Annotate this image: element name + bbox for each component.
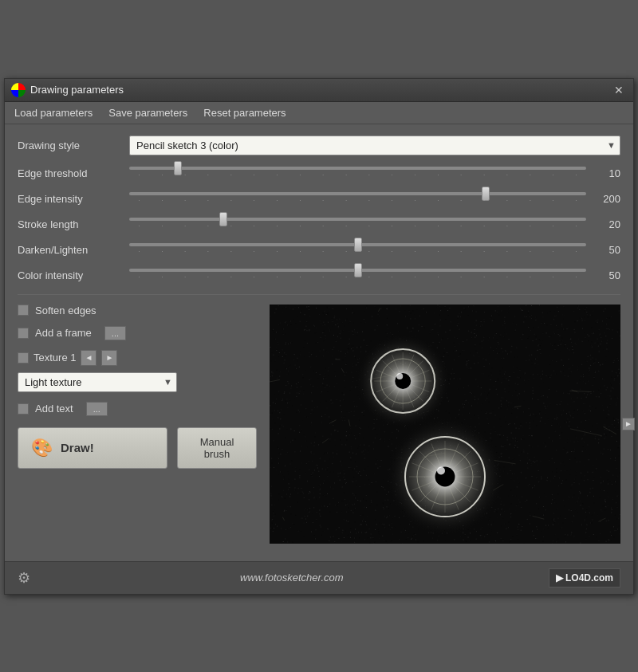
main-area: Soften edges Add a frame ... Texture 1 ◄…	[18, 305, 620, 544]
preview-image	[270, 305, 620, 544]
close-button[interactable]: ✕	[611, 84, 627, 96]
footer-logo: ▶ LO4D.com	[549, 568, 620, 588]
texture-next-button[interactable]: ►	[101, 350, 117, 366]
title-bar-left: Drawing parameters	[11, 83, 124, 97]
stroke-length-dots: ····· ····· ····· ·····	[129, 221, 586, 232]
stroke-length-value: 20	[593, 218, 620, 230]
add-frame-row: Add a frame ...	[18, 326, 257, 340]
add-frame-label: Add a frame	[35, 327, 92, 339]
soften-edges-label: Soften edges	[35, 305, 96, 316]
color-intensity-label: Color intensity	[18, 269, 129, 281]
texture-prev-button[interactable]: ◄	[81, 350, 96, 366]
paint-icon: 🎨	[31, 438, 53, 458]
right-panel: ►	[270, 305, 620, 544]
menu-reset-parameters[interactable]: Reset parameters	[203, 107, 286, 119]
edge-intensity-value: 200	[593, 193, 620, 205]
add-text-checkbox[interactable]	[18, 403, 29, 415]
stroke-length-container: ····· ····· ····· ·····	[129, 218, 586, 232]
scroll-indicator[interactable]: ►	[622, 418, 635, 430]
manual-brush-button[interactable]: Manual brush	[177, 427, 257, 469]
soften-edges-checkbox[interactable]	[18, 305, 29, 316]
add-text-label: Add text	[35, 403, 73, 415]
color-intensity-container: ····· ····· ····· ·····	[129, 269, 586, 283]
separator	[18, 294, 620, 295]
edge-threshold-dots: ····· ····· ····· ·····	[129, 170, 586, 181]
texture1-row: Texture 1 ◄ ►	[18, 350, 257, 366]
color-intensity-row: Color intensity ····· ····· ····· ····· …	[18, 269, 620, 283]
add-text-row: Add text ...	[18, 402, 257, 416]
manual-brush-line2: brush	[184, 448, 250, 460]
footer: ⚙ www.fotosketcher.com ▶ LO4D.com	[5, 561, 633, 594]
draw-button[interactable]: 🎨 Draw!	[18, 427, 167, 469]
darken-lighten-container: ····· ····· ····· ·····	[129, 243, 586, 257]
color-intensity-dots: ····· ····· ····· ·····	[129, 272, 586, 283]
bottom-buttons: 🎨 Draw! Manual brush	[18, 427, 257, 469]
content-area: Drawing style Pencil sketch 3 (color) Pe…	[5, 124, 633, 555]
edge-threshold-value: 10	[593, 167, 620, 179]
menu-load-parameters[interactable]: Load parameters	[14, 107, 93, 119]
darken-lighten-row: Darken/Lighten ····· ····· ····· ····· 5…	[18, 243, 620, 257]
manual-brush-line1: Manual	[184, 436, 250, 448]
edge-intensity-container: ····· ····· ····· ·····	[129, 192, 586, 206]
footer-url: www.fotosketcher.com	[240, 572, 344, 584]
title-bar: Drawing parameters ✕	[5, 79, 633, 102]
drawing-style-row: Drawing style Pencil sketch 3 (color) Pe…	[18, 136, 620, 155]
stroke-length-row: Stroke length ····· ····· ····· ····· 20	[18, 218, 620, 232]
main-window: Drawing parameters ✕ Load parameters Sav…	[4, 78, 634, 595]
soften-edges-row: Soften edges	[18, 305, 257, 316]
edge-intensity-label: Edge intensity	[18, 193, 129, 205]
menu-bar: Load parameters Save parameters Reset pa…	[5, 102, 633, 124]
drawing-style-wrapper: Pencil sketch 3 (color) Pencil sketch 1 …	[129, 136, 620, 155]
logo-text: ▶ LO4D.com	[556, 572, 613, 584]
edge-threshold-label: Edge threshold	[18, 167, 129, 179]
add-text-dots-button[interactable]: ...	[86, 402, 108, 416]
add-frame-dots-button[interactable]: ...	[104, 326, 126, 340]
texture-dropdown[interactable]: Light texture Heavy texture Canvas Paper…	[18, 372, 177, 392]
app-icon	[11, 83, 26, 97]
texture1-label: Texture 1	[33, 352, 76, 364]
texture1-checkbox[interactable]	[18, 352, 29, 364]
preview-canvas	[270, 305, 620, 544]
add-frame-checkbox[interactable]	[18, 328, 29, 339]
darken-lighten-label: Darken/Lighten	[18, 244, 129, 256]
edge-intensity-dots: ····· ····· ····· ·····	[129, 195, 586, 206]
left-panel: Soften edges Add a frame ... Texture 1 ◄…	[18, 305, 257, 544]
draw-label: Draw!	[61, 441, 94, 454]
darken-lighten-dots: ····· ····· ····· ·····	[129, 246, 586, 257]
window-title: Drawing parameters	[30, 84, 124, 96]
gear-icon: ⚙	[18, 569, 35, 587]
darken-lighten-value: 50	[593, 244, 620, 256]
edge-intensity-row: Edge intensity ····· ····· ····· ····· 2…	[18, 192, 620, 206]
drawing-style-select[interactable]: Pencil sketch 3 (color) Pencil sketch 1 …	[129, 136, 620, 155]
color-intensity-value: 50	[593, 269, 620, 281]
texture-dropdown-wrapper: Light texture Heavy texture Canvas Paper…	[18, 372, 177, 392]
drawing-style-label: Drawing style	[18, 140, 129, 151]
edge-threshold-row: Edge threshold ····· ····· ····· ····· 1…	[18, 167, 620, 181]
stroke-length-label: Stroke length	[18, 218, 129, 230]
edge-threshold-container: ····· ····· ····· ·····	[129, 167, 586, 181]
menu-save-parameters[interactable]: Save parameters	[108, 107, 187, 119]
